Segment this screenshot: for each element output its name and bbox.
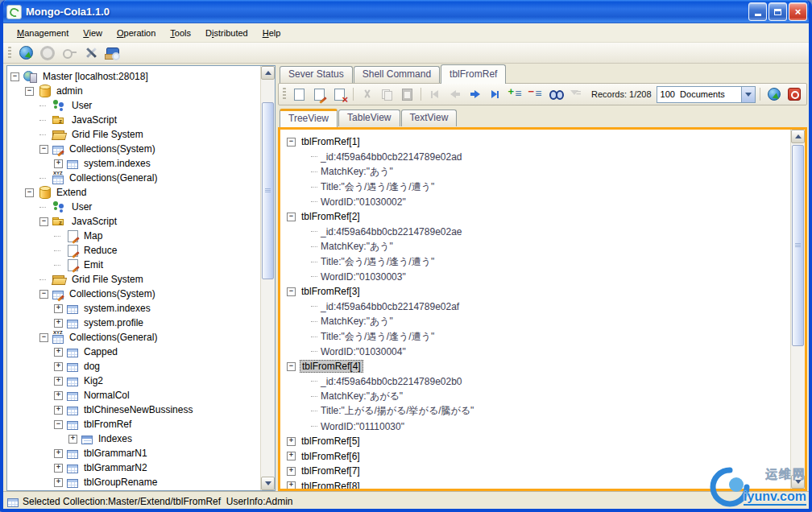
sidebar-item[interactable]: +tblGrammarN2	[7, 460, 260, 475]
menu-item-tools[interactable]: Tools	[163, 26, 198, 40]
sidebar-item[interactable]: −Master [localhost:28018]	[7, 69, 260, 84]
paste-button[interactable]	[398, 85, 416, 103]
document-label[interactable]: tblFromRef[3]	[300, 286, 362, 297]
document-field[interactable]: MatchKey:"あがる"	[280, 389, 790, 404]
document-node[interactable]: +tblFromRef[6]	[280, 448, 790, 464]
sidebar-item[interactable]: −tblFromRef	[7, 417, 260, 431]
document-label[interactable]: tblFromRef[4]	[300, 360, 363, 373]
document-label[interactable]: tblFromRef[5]	[300, 436, 362, 447]
sidebar-item[interactable]: +NormalCol	[7, 388, 260, 403]
scroll-track[interactable]	[261, 80, 275, 477]
expander-minus-icon[interactable]: −	[25, 87, 34, 96]
scroll-down-button[interactable]	[261, 477, 275, 490]
sidebar-item[interactable]: Map	[7, 229, 260, 243]
record-button[interactable]	[38, 43, 57, 62]
expander-plus-icon[interactable]: +	[287, 437, 296, 446]
sidebar-item[interactable]: −Collections(System)	[7, 142, 260, 156]
document-label[interactable]: tblFromRef[8]	[300, 481, 362, 489]
expander-plus-icon[interactable]: +	[54, 478, 63, 487]
page-size-select[interactable]: 100 Documents	[657, 86, 756, 103]
menu-item-operation[interactable]: Operation	[110, 26, 163, 40]
next-record-button[interactable]	[466, 85, 484, 103]
expander-plus-icon[interactable]: +	[54, 319, 63, 328]
expander-plus-icon[interactable]: +	[54, 377, 63, 386]
cut-button[interactable]	[358, 85, 376, 103]
expander-minus-icon[interactable]: −	[287, 213, 296, 221]
delete-document-button[interactable]	[330, 85, 349, 103]
tab-textview[interactable]: TextView	[401, 109, 458, 126]
expander-plus-icon[interactable]: +	[54, 362, 63, 371]
document-field[interactable]: WordID:"01110030"	[280, 419, 790, 434]
sidebar-item[interactable]: +Indexes	[7, 431, 260, 446]
title-bar[interactable]: Mongo-Cola1.1.0 ×	[0, 0, 812, 23]
sidebar-item[interactable]: +tblGrammarN1	[7, 446, 260, 460]
scroll-up-button[interactable]	[791, 130, 805, 143]
expander-plus-icon[interactable]: +	[54, 391, 63, 400]
close-button[interactable]: ×	[789, 2, 807, 21]
expander-minus-icon[interactable]: −	[10, 72, 19, 81]
expander-minus-icon[interactable]: −	[39, 217, 48, 226]
tab-sever-status[interactable]: Sever Status	[280, 66, 353, 83]
toolbar-grip[interactable]	[283, 88, 286, 101]
tab-shell-command[interactable]: Shell Command	[354, 66, 440, 83]
expander-plus-icon[interactable]: +	[68, 435, 77, 444]
edit-document-button[interactable]	[310, 85, 329, 103]
sidebar-item[interactable]: −JavaScript	[7, 214, 260, 229]
document-field[interactable]: WordID:"01030004"	[280, 344, 790, 359]
document-node[interactable]: −tblFromRef[3]	[280, 284, 790, 299]
document-label[interactable]: tblFromRef[7]	[300, 465, 362, 477]
document-node[interactable]: −tblFromRef[4]	[280, 359, 790, 374]
document-field[interactable]: MatchKey:"あう"	[280, 314, 790, 329]
copy-button[interactable]	[378, 85, 396, 103]
document-field[interactable]: MatchKey:"あう"	[280, 239, 790, 254]
document-field[interactable]: _id:4f59a64bb0cb2214789e02af	[280, 299, 790, 315]
options-button[interactable]	[81, 43, 101, 62]
sidebar-item[interactable]: +Capped	[7, 345, 260, 359]
expander-minus-icon[interactable]: −	[287, 138, 296, 147]
content-scrollbar[interactable]	[790, 130, 805, 489]
connect-button[interactable]	[16, 43, 35, 62]
sidebar-item[interactable]: +system.indexes	[7, 301, 260, 316]
tab-tblfromref[interactable]: tblFromRef	[441, 64, 506, 84]
sidebar-item[interactable]: −Extend	[7, 185, 260, 200]
expander-plus-icon[interactable]: +	[54, 304, 63, 313]
expander-minus-icon[interactable]: −	[25, 188, 34, 197]
insert-element-button[interactable]	[506, 85, 524, 103]
sidebar-item[interactable]: Reduce	[7, 243, 260, 258]
expander-plus-icon[interactable]: +	[287, 467, 296, 476]
sidebar-item[interactable]: Grid File System	[7, 127, 260, 142]
document-field[interactable]: Title:"会う/遇う/逢う/遭う"	[280, 329, 790, 345]
menu-item-distributed[interactable]: Distributed	[198, 26, 255, 40]
sidebar-item[interactable]: +tblGroupRename	[7, 475, 260, 489]
expander-minus-icon[interactable]: −	[287, 287, 296, 296]
expander-minus-icon[interactable]: −	[39, 145, 48, 154]
toolbar-grip[interactable]	[8, 47, 11, 60]
sidebar-item[interactable]: User	[7, 98, 260, 113]
filter-button[interactable]	[566, 85, 585, 103]
document-field[interactable]: Title:"上がる/揚がる/挙がる/騰がる"	[280, 404, 790, 419]
expander-plus-icon[interactable]: +	[54, 159, 63, 168]
expander-plus-icon[interactable]: +	[54, 406, 63, 415]
document-field[interactable]: MatchKey:"あう"	[280, 164, 790, 180]
expander-plus-icon[interactable]: +	[287, 452, 296, 460]
document-node[interactable]: +tblFromRef[8]	[280, 479, 790, 489]
tab-tableview[interactable]: TableView	[338, 109, 400, 126]
last-record-button[interactable]	[486, 85, 504, 103]
document-node[interactable]: −tblFromRef[2]	[280, 209, 790, 225]
stop-button[interactable]	[785, 85, 803, 103]
expander-plus-icon[interactable]: +	[54, 464, 63, 473]
expander-plus-icon[interactable]: +	[54, 449, 63, 458]
document-node[interactable]: −tblFromRef[1]	[280, 134, 790, 150]
scroll-up-button[interactable]	[261, 66, 275, 80]
sidebar-item[interactable]: +dog	[7, 359, 260, 374]
scroll-thumb[interactable]	[262, 102, 274, 279]
previous-record-button[interactable]	[445, 85, 464, 103]
refresh-button[interactable]	[764, 85, 783, 103]
find-button[interactable]	[546, 85, 565, 103]
expander-minus-icon[interactable]: −	[39, 290, 48, 299]
sidebar-item[interactable]: +tblChineseNewBussiness	[7, 403, 260, 417]
document-field[interactable]: _id:4f59a64bb0cb2214789e02ad	[280, 150, 790, 165]
key-button[interactable]	[60, 43, 79, 62]
sidebar-item[interactable]: −Collections(General)	[7, 330, 260, 345]
sidebar-item[interactable]: User	[7, 200, 260, 214]
